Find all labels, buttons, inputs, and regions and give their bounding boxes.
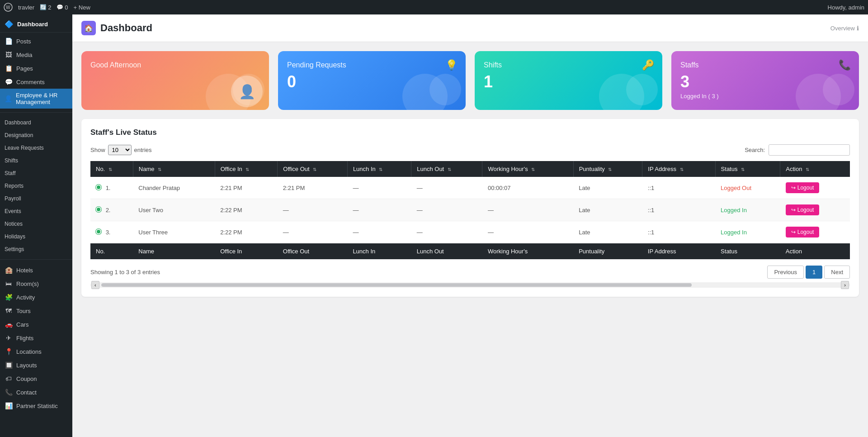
status-badge-0: Logged Out [721, 185, 751, 191]
show-label: Show [90, 147, 105, 153]
cell-punct-0: Late [573, 177, 642, 199]
sort-lunchin-icon[interactable]: ⇅ [379, 167, 382, 172]
scroll-left-button[interactable]: ‹ [91, 281, 99, 289]
new-label: + New [74, 4, 90, 11]
sidebar-item-tours[interactable]: 🗺 Tours [0, 304, 72, 318]
sort-punct-icon[interactable]: ⇅ [608, 167, 612, 172]
sidebar-item-hotels[interactable]: 🏨 Hotels [0, 263, 72, 277]
logout-icon-0: ↪ [791, 185, 796, 191]
sidebar-employee-hr-label: Employee & HR Management [16, 92, 68, 105]
sidebar-item-cars[interactable]: 🚗 Cars [0, 318, 72, 331]
site-name-link[interactable]: travler [18, 4, 34, 11]
sidebar-item-dashboard[interactable]: Dashboard [0, 116, 72, 129]
sidebar-item-staff[interactable]: Staff [0, 167, 72, 180]
cell-lunchout-0: — [411, 177, 482, 199]
logout-button-1[interactable]: ↪ Logout [786, 204, 820, 215]
logout-button-0[interactable]: ↪ Logout [786, 182, 820, 193]
status-dot-1 [96, 207, 101, 212]
stat-card-shifts[interactable]: 🔑 Shifts 1 [475, 51, 662, 110]
new-link[interactable]: + New [74, 4, 90, 11]
media-icon: 🖼 [5, 51, 13, 58]
sidebar-item-settings[interactable]: Settings [0, 243, 72, 256]
scrollbar-thumb[interactable] [101, 283, 692, 287]
next-button[interactable]: Next [824, 266, 850, 279]
entries-label: entries [134, 147, 152, 153]
sidebar-title: Dashboard [17, 21, 48, 28]
sidebar-item-partner[interactable]: 📊 Partner Statistic [0, 399, 72, 413]
sidebar-item-leave-requests[interactable]: Leave Requests [0, 142, 72, 154]
scroll-right-button[interactable]: › [841, 281, 849, 289]
table-controls: Show 10 25 50 100 entries Search: [90, 144, 850, 156]
col-working-hours: Working Hour's ⇅ [482, 161, 573, 177]
update-count: 2 [48, 4, 51, 11]
sidebar-item-layouts[interactable]: 🔲 Layouts [0, 358, 72, 372]
sort-status-icon[interactable]: ⇅ [741, 167, 745, 172]
sidebar-item-posts[interactable]: 📄 Posts [0, 34, 72, 48]
sidebar-item-employee-hr[interactable]: 👤 Employee & HR Management [0, 89, 72, 109]
comments-icon: 💬 [5, 78, 13, 86]
sidebar-item-shifts[interactable]: Shifts [0, 154, 72, 167]
sort-no-icon[interactable]: ⇅ [108, 167, 112, 172]
status-badge-1: Logged In [721, 207, 747, 214]
sidebar-rooms-label: Room(s) [16, 280, 39, 287]
table-footer: No. Name Office In Office Out Lunch In L… [90, 243, 850, 260]
sort-ip-icon[interactable]: ⇅ [680, 167, 684, 172]
sidebar-item-comments[interactable]: 💬 Comments [0, 75, 72, 89]
cell-lunchin-2: — [347, 221, 411, 243]
sidebar-item-pages[interactable]: 📋 Pages [0, 62, 72, 75]
horizontal-scrollbar[interactable]: ‹ › [90, 282, 850, 288]
sort-officeout-icon[interactable]: ⇅ [313, 167, 316, 172]
stat-card-staffs[interactable]: 📞 Staffs 3 Logged In ( 3 ) [671, 51, 859, 110]
sidebar-item-activity[interactable]: 🧩 Activity [0, 290, 72, 304]
foot-office-in: Office In [215, 243, 278, 260]
search-area: Search: [745, 144, 850, 156]
sidebar-item-events[interactable]: Events [0, 205, 72, 218]
sidebar-wp-section: 📄 Posts 🖼 Media 📋 Pages 💬 Comments 👤 Emp… [0, 33, 72, 110]
sidebar-posts-label: Posts [16, 38, 31, 45]
show-entries: Show 10 25 50 100 entries [90, 145, 152, 155]
sort-officein-icon[interactable]: ⇅ [245, 167, 249, 172]
overview-link[interactable]: Overview ℹ [830, 25, 859, 32]
dashboard-header: 🏠 Dashboard Overview ℹ [72, 14, 868, 42]
posts-icon: 📄 [5, 38, 13, 45]
sidebar-item-coupon[interactable]: 🏷 Coupon [0, 372, 72, 385]
sidebar-staff-label: Staff [5, 170, 15, 176]
logout-icon-1: ↪ [791, 207, 796, 213]
search-input[interactable] [769, 144, 850, 156]
sort-hours-icon[interactable]: ⇅ [531, 167, 535, 172]
shifts-label: Shifts [484, 61, 653, 69]
sort-action-icon[interactable]: ⇅ [806, 167, 809, 172]
updates-link[interactable]: 🔄 2 [40, 4, 51, 11]
sidebar-payroll-label: Payroll [5, 195, 21, 202]
status-dot-0 [96, 185, 101, 190]
foot-punctuality: Puntuality [573, 243, 642, 260]
dash-title-icon: 🏠 [81, 21, 96, 35]
page-1-button[interactable]: 1 [806, 266, 822, 279]
sidebar-item-locations[interactable]: 📍 Locations [0, 345, 72, 358]
previous-button[interactable]: Previous [767, 266, 804, 279]
wp-logo-link[interactable]: W [4, 3, 13, 12]
sidebar-item-payroll[interactable]: Payroll [0, 192, 72, 205]
sidebar-item-reports[interactable]: Reports [0, 180, 72, 192]
sidebar-item-flights[interactable]: ✈ Flights [0, 331, 72, 345]
sort-lunchout-icon[interactable]: ⇅ [448, 167, 451, 172]
logout-button-2[interactable]: ↪ Logout [786, 227, 820, 238]
sidebar-divider-2 [0, 259, 72, 260]
staff-table: No. ⇅ Name ⇅ Office In ⇅ Office Out ⇅ Lu… [90, 161, 850, 259]
stat-card-pending[interactable]: 💡 Pending Requests 0 [278, 51, 466, 110]
sidebar-item-notices[interactable]: Notices [0, 218, 72, 230]
sidebar-item-holidays[interactable]: Holidays [0, 230, 72, 243]
sidebar-item-media[interactable]: 🖼 Media [0, 48, 72, 62]
entries-select[interactable]: 10 25 50 100 [108, 145, 132, 155]
sidebar-item-designation[interactable]: Designation [0, 129, 72, 142]
sidebar-item-contact[interactable]: 📞 Contact [0, 385, 72, 399]
pagination-buttons: Previous 1 Next [767, 266, 850, 279]
cell-indicator-0: 1. [90, 177, 133, 199]
stat-cards-grid: Good Afternoon 👤 💡 Pending Requests 0 🔑 [72, 42, 868, 119]
col-lunch-in: Lunch In ⇅ [347, 161, 411, 177]
cars-icon: 🚗 [5, 321, 13, 328]
sort-name-icon[interactable]: ⇅ [158, 167, 161, 172]
coupon-icon: 🏷 [5, 375, 13, 382]
comments-link[interactable]: 💬 0 [57, 4, 68, 11]
sidebar-item-rooms[interactable]: 🛏 Room(s) [0, 277, 72, 290]
